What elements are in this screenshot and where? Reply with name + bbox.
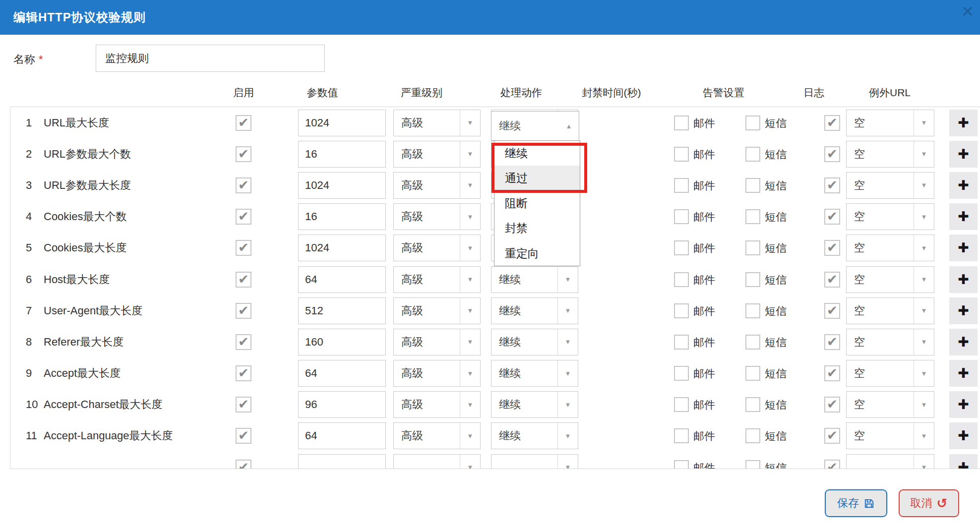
cancel-button[interactable]: 取消 ↺: [899, 489, 959, 517]
param-value-input[interactable]: [298, 266, 386, 293]
severity-select[interactable]: 高级 ▼: [393, 391, 481, 418]
action-select[interactable]: ▼: [491, 454, 578, 469]
sms-alert-checkbox[interactable]: [745, 335, 760, 350]
log-checkbox[interactable]: ✔: [824, 303, 840, 319]
add-exception-url-button[interactable]: ✚: [949, 329, 978, 355]
add-exception-url-button[interactable]: ✚: [949, 172, 978, 199]
param-value-input[interactable]: [298, 391, 386, 418]
severity-select[interactable]: 高级 ▼: [393, 266, 481, 293]
add-exception-url-button[interactable]: ✚: [949, 235, 978, 261]
log-checkbox[interactable]: ✔: [824, 460, 840, 469]
enable-checkbox[interactable]: ✔: [236, 272, 251, 288]
param-value-input[interactable]: [298, 454, 386, 469]
sms-alert-checkbox[interactable]: [745, 460, 760, 469]
enable-checkbox[interactable]: ✔: [236, 240, 251, 256]
action-select-open[interactable]: 继续 ▲: [491, 111, 579, 141]
param-value-input[interactable]: [298, 422, 386, 449]
enable-checkbox[interactable]: ✔: [236, 460, 251, 469]
exception-url-select[interactable]: 空 ▼: [846, 422, 934, 449]
mail-alert-checkbox[interactable]: [674, 272, 689, 287]
sms-alert-checkbox[interactable]: [745, 366, 760, 381]
param-value-input[interactable]: [298, 297, 386, 324]
param-value-input[interactable]: [298, 329, 386, 355]
sms-alert-checkbox[interactable]: [745, 209, 760, 224]
log-checkbox[interactable]: ✔: [824, 240, 840, 256]
severity-select[interactable]: 高级 ▼: [393, 141, 481, 168]
param-value-input[interactable]: [298, 203, 386, 230]
exception-url-select[interactable]: 空 ▼: [846, 391, 934, 418]
severity-select[interactable]: 高级 ▼: [393, 360, 481, 387]
mail-alert-checkbox[interactable]: [674, 335, 689, 350]
enable-checkbox[interactable]: ✔: [236, 428, 251, 444]
log-checkbox[interactable]: ✔: [824, 177, 840, 193]
enable-checkbox[interactable]: ✔: [236, 146, 251, 162]
mail-alert-checkbox[interactable]: [674, 303, 689, 318]
log-checkbox[interactable]: ✔: [824, 115, 840, 131]
add-exception-url-button[interactable]: ✚: [949, 360, 978, 387]
sms-alert-checkbox[interactable]: [745, 303, 760, 318]
add-exception-url-button[interactable]: ✚: [949, 203, 978, 230]
sms-alert-checkbox[interactable]: [745, 397, 760, 412]
sms-alert-checkbox[interactable]: [745, 428, 760, 443]
mail-alert-checkbox[interactable]: [674, 209, 689, 224]
sms-alert-checkbox[interactable]: [745, 240, 760, 255]
param-value-input[interactable]: [298, 360, 386, 387]
severity-select[interactable]: ▼: [393, 454, 481, 469]
log-checkbox[interactable]: ✔: [824, 365, 840, 381]
rule-name-input[interactable]: [96, 45, 325, 72]
severity-select[interactable]: 高级 ▼: [393, 329, 481, 355]
mail-alert-checkbox[interactable]: [674, 147, 689, 162]
add-exception-url-button[interactable]: ✚: [949, 110, 978, 136]
add-exception-url-button[interactable]: ✚: [949, 391, 978, 418]
param-value-input[interactable]: [298, 235, 386, 261]
add-exception-url-button[interactable]: ✚: [949, 266, 978, 293]
add-exception-url-button[interactable]: ✚: [949, 141, 978, 168]
severity-select[interactable]: 高级 ▼: [393, 422, 481, 449]
enable-checkbox[interactable]: ✔: [236, 177, 251, 193]
action-dropdown-option[interactable]: 通过: [494, 166, 580, 190]
log-checkbox[interactable]: ✔: [824, 334, 840, 350]
param-value-input[interactable]: [298, 172, 386, 199]
severity-select[interactable]: 高级 ▼: [393, 172, 481, 199]
enable-checkbox[interactable]: ✔: [236, 334, 251, 350]
action-select[interactable]: 继续 ▼: [491, 422, 578, 449]
mail-alert-checkbox[interactable]: [674, 178, 689, 193]
sms-alert-checkbox[interactable]: [745, 147, 760, 162]
mail-alert-checkbox[interactable]: [674, 366, 689, 381]
exception-url-select[interactable]: 空 ▼: [846, 360, 934, 387]
action-dropdown-option[interactable]: 继续: [494, 141, 580, 166]
add-exception-url-button[interactable]: ✚: [949, 297, 978, 324]
action-dropdown-option[interactable]: 阻断: [494, 191, 580, 216]
close-icon[interactable]: ✕: [961, 2, 974, 22]
param-value-input[interactable]: [298, 110, 386, 136]
exception-url-select[interactable]: 空 ▼: [846, 141, 934, 168]
mail-alert-checkbox[interactable]: [674, 428, 689, 443]
action-select[interactable]: 继续 ▼: [491, 266, 578, 293]
log-checkbox[interactable]: ✔: [824, 428, 840, 444]
mail-alert-checkbox[interactable]: [674, 460, 689, 469]
action-select[interactable]: 继续 ▼: [491, 391, 578, 418]
exception-url-select[interactable]: 空 ▼: [846, 297, 934, 324]
enable-checkbox[interactable]: ✔: [236, 303, 251, 319]
action-dropdown-option[interactable]: 重定向: [494, 241, 580, 266]
action-select[interactable]: 继续 ▼: [491, 297, 578, 324]
exception-url-select[interactable]: 空 ▼: [846, 329, 934, 355]
severity-select[interactable]: 高级 ▼: [393, 203, 481, 230]
sms-alert-checkbox[interactable]: [745, 178, 760, 193]
save-button[interactable]: 保存: [825, 489, 887, 517]
log-checkbox[interactable]: ✔: [824, 209, 840, 225]
enable-checkbox[interactable]: ✔: [236, 209, 251, 225]
exception-url-select[interactable]: ▼: [846, 454, 934, 469]
mail-alert-checkbox[interactable]: [674, 240, 689, 255]
mail-alert-checkbox[interactable]: [674, 397, 689, 412]
log-checkbox[interactable]: ✔: [824, 272, 840, 288]
enable-checkbox[interactable]: ✔: [236, 397, 251, 412]
action-select[interactable]: 继续 ▼: [491, 329, 578, 355]
exception-url-select[interactable]: 空 ▼: [846, 172, 934, 199]
sms-alert-checkbox[interactable]: [745, 116, 760, 130]
exception-url-select[interactable]: 空 ▼: [846, 235, 934, 261]
severity-select[interactable]: 高级 ▼: [393, 235, 481, 261]
add-exception-url-button[interactable]: ✚: [949, 422, 978, 449]
exception-url-select[interactable]: 空 ▼: [846, 266, 934, 293]
action-select[interactable]: 继续 ▼: [491, 360, 578, 387]
